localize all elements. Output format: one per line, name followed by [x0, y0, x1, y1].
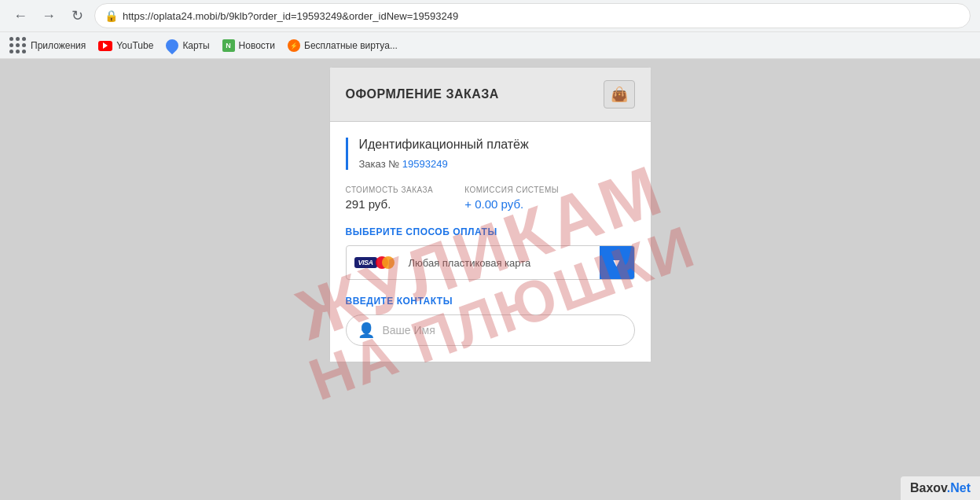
- payment-section-label: ВЫБЕРИТЕ СПОСОБ ОПЛАТЫ: [346, 226, 635, 237]
- order-number-link[interactable]: 19593249: [402, 158, 448, 170]
- order-label: Заказ №: [359, 158, 400, 170]
- address-bar[interactable]: 🔒 https://oplata24.mobi/b/9klb?order_id=…: [94, 3, 971, 28]
- bookmarks-bar: Приложения YouTube Карты N Новости ⚡ Бес…: [0, 31, 980, 59]
- main-content: ОФОРМЛЕНИЕ ЗАКАЗА 👜 Идентификационный пл…: [0, 59, 980, 500]
- baxov-text: Baxov: [910, 481, 947, 494]
- payment-card-icons: VISA: [347, 250, 402, 275]
- back-button[interactable]: ←: [9, 5, 31, 27]
- forward-button[interactable]: →: [38, 5, 60, 27]
- chevron-down-icon: ▼: [611, 256, 622, 269]
- panel-header: ОФОРМЛЕНИЕ ЗАКАЗА 👜: [330, 68, 651, 122]
- person-icon: 👤: [358, 322, 375, 339]
- nav-bar: ← → ↻ 🔒 https://oplata24.mobi/b/9klb?ord…: [0, 0, 980, 31]
- baxov-net-suffix: .Net: [947, 481, 971, 494]
- order-title: Идентификационный платёж: [359, 138, 635, 152]
- bookmark-youtube[interactable]: YouTube: [98, 40, 153, 51]
- free-icon: ⚡: [288, 39, 300, 52]
- wallet-button[interactable]: 👜: [604, 80, 635, 108]
- youtube-icon: [98, 41, 112, 51]
- maps-icon: [163, 37, 182, 55]
- visa-logo: VISA: [354, 257, 377, 268]
- name-input-field[interactable]: 👤 Ваше Имя: [346, 314, 635, 346]
- bookmark-apps[interactable]: Приложения: [9, 37, 86, 54]
- payment-panel: ОФОРМЛЕНИЕ ЗАКАЗА 👜 Идентификационный пл…: [329, 67, 651, 362]
- bookmark-apps-label: Приложения: [31, 40, 86, 51]
- price-row: СТОИМОСТЬ ЗАКАЗА 291 руб. КОМИССИЯ СИСТЕ…: [346, 186, 635, 211]
- commission-value: + 0.00 руб.: [464, 197, 559, 211]
- browser-chrome: ← → ↻ 🔒 https://oplata24.mobi/b/9klb?ord…: [0, 0, 980, 59]
- payment-option-text: Любая пластиковая карта: [402, 257, 600, 269]
- cost-label: СТОИМОСТЬ ЗАКАЗА: [346, 186, 434, 194]
- mc-circle-right: [382, 256, 395, 269]
- wallet-icon: 👜: [611, 86, 628, 103]
- contacts-label: ВВЕДИТЕ КОНТАКТЫ: [346, 296, 635, 307]
- bookmark-maps-label: Карты: [182, 40, 209, 51]
- bookmark-free-label: Бесплатные виртуа...: [304, 40, 398, 51]
- lock-icon: 🔒: [105, 9, 118, 22]
- payment-dropdown-button[interactable]: ▼: [600, 246, 634, 279]
- panel-body: Идентификационный платёж Заказ № 1959324…: [330, 122, 651, 362]
- order-section: Идентификационный платёж Заказ № 1959324…: [346, 138, 635, 170]
- mastercard-logo: [376, 256, 395, 269]
- news-icon: N: [222, 39, 235, 52]
- bookmark-maps[interactable]: Карты: [166, 39, 209, 52]
- commission-label: КОМИССИЯ СИСТЕМЫ: [464, 186, 559, 194]
- bookmark-news-label: Новости: [239, 40, 275, 51]
- bookmark-free[interactable]: ⚡ Бесплатные виртуа...: [288, 39, 398, 52]
- baxov-badge: Baxov.Net: [901, 476, 980, 500]
- url-text: https://oplata24.mobi/b/9klb?order_id=19…: [123, 10, 458, 22]
- refresh-button[interactable]: ↻: [66, 5, 88, 27]
- panel-title: ОФОРМЛЕНИЕ ЗАКАЗА: [346, 87, 499, 101]
- bookmark-news[interactable]: N Новости: [222, 39, 275, 52]
- order-number: Заказ № 19593249: [359, 158, 635, 170]
- cost-col: СТОИМОСТЬ ЗАКАЗА 291 руб.: [346, 186, 434, 211]
- commission-col: КОМИССИЯ СИСТЕМЫ + 0.00 руб.: [464, 186, 559, 211]
- apps-grid-icon: [9, 37, 27, 54]
- payment-select[interactable]: VISA Любая пластиковая карта ▼: [346, 245, 635, 280]
- cost-value: 291 руб.: [346, 197, 434, 211]
- bookmark-youtube-label: YouTube: [116, 40, 153, 51]
- name-placeholder: Ваше Имя: [383, 324, 435, 336]
